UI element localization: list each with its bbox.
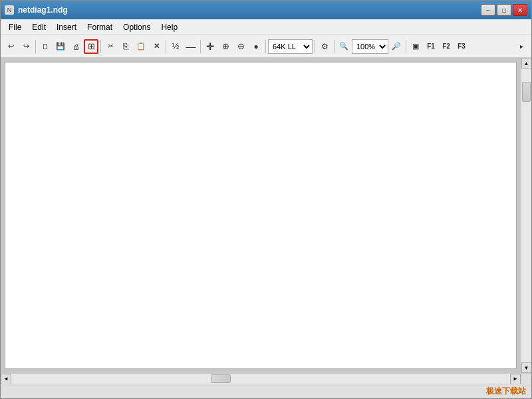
settings-icon: ⚙ <box>321 42 329 51</box>
settings-button[interactable]: ⚙ <box>317 39 332 54</box>
node-down-icon: ⊖ <box>237 41 245 51</box>
canvas-wrapper <box>1 58 521 373</box>
f2-label: F2 <box>442 43 450 50</box>
toolbar: 🗋 💾 🖨 ⊞ ✂ ⎘ 📋 ✕ ½ — <box>1 35 531 58</box>
zoom-dropdown[interactable]: 50% 75% 100% 125% 150% 200% <box>352 39 388 54</box>
title-bar-left: N netdiag1.ndg <box>5 5 68 15</box>
horizontal-scrollbar-container: ◄ ► <box>1 373 531 384</box>
minimize-button[interactable]: − <box>481 4 495 16</box>
scroll-right-button[interactable]: ► <box>510 374 521 384</box>
separator-6 <box>315 40 315 53</box>
number-icon: ½ <box>172 41 180 51</box>
redo-icon <box>23 42 29 51</box>
grid-icon: ⊞ <box>88 41 95 51</box>
separator-3 <box>166 40 166 53</box>
horizontal-scrollbar: ◄ ► <box>1 374 521 384</box>
f1-button[interactable]: F1 <box>424 39 438 54</box>
toolbar-overflow-button[interactable]: ▸ <box>514 39 529 54</box>
undo-button[interactable] <box>3 39 18 54</box>
f2-button[interactable]: F2 <box>439 39 454 54</box>
f3-button[interactable]: F3 <box>454 39 469 54</box>
cut-button[interactable]: ✂ <box>103 39 118 54</box>
title-bar: N netdiag1.ndg − □ ✕ <box>1 1 531 19</box>
delete-button[interactable]: ✕ <box>149 39 164 54</box>
scrollbar-corner <box>521 374 531 384</box>
new-button[interactable]: 🗋 <box>38 39 53 54</box>
zoom-in-button[interactable]: 🔎 <box>389 39 404 54</box>
paste-button[interactable]: 📋 <box>134 39 148 54</box>
zoom-out-icon: 🔍 <box>339 42 348 51</box>
line-button[interactable]: — <box>184 39 198 54</box>
delete-icon: ✕ <box>154 42 160 51</box>
network-dropdown[interactable]: 64K LL 128K LL 256K LL 512K LL 1M LL <box>268 39 313 54</box>
drawing-canvas[interactable] <box>5 62 517 369</box>
copy-button[interactable]: ⎘ <box>118 39 133 54</box>
scroll-thumb-horizontal[interactable] <box>211 374 231 383</box>
separator-1 <box>35 40 36 53</box>
watermark-text: 极速下载站 <box>486 386 526 397</box>
dot-button[interactable]: ● <box>249 39 263 54</box>
menu-file[interactable]: File <box>3 21 27 33</box>
menu-format[interactable]: Format <box>82 21 118 33</box>
separator-5 <box>265 40 266 53</box>
new-icon: 🗋 <box>42 43 49 51</box>
box-button[interactable]: ▣ <box>408 39 423 54</box>
watermark-bar: 极速下载站 <box>1 384 531 398</box>
grid-button[interactable]: ⊞ <box>84 39 98 54</box>
cut-icon: ✂ <box>108 42 114 51</box>
redo-button[interactable] <box>19 39 33 54</box>
separator-7 <box>334 40 334 53</box>
f3-label: F3 <box>458 43 466 50</box>
print-button[interactable]: 🖨 <box>68 39 83 54</box>
separator-2 <box>100 40 101 53</box>
cross-button[interactable]: ✛ <box>203 39 217 54</box>
undo-icon <box>8 42 14 51</box>
scroll-track-vertical[interactable] <box>521 68 531 362</box>
window-controls: − □ ✕ <box>481 4 527 16</box>
print-icon: 🖨 <box>72 43 80 51</box>
node-up-button[interactable]: ⊕ <box>218 39 233 54</box>
scroll-up-button[interactable]: ▲ <box>521 58 532 68</box>
app-icon: N <box>5 5 14 15</box>
separator-8 <box>406 40 406 53</box>
copy-icon: ⎘ <box>123 41 128 51</box>
line-icon: — <box>186 41 196 52</box>
close-button[interactable]: ✕ <box>513 4 527 16</box>
cross-icon: ✛ <box>206 41 214 52</box>
menu-help[interactable]: Help <box>156 21 183 33</box>
scroll-thumb-vertical[interactable] <box>522 82 531 102</box>
node-up-icon: ⊕ <box>222 41 229 51</box>
content-area: ▲ ▼ <box>1 58 531 373</box>
number-button[interactable]: ½ <box>168 39 183 54</box>
restore-button[interactable]: □ <box>497 4 511 16</box>
menu-bar: File Edit Insert Format Options Help <box>1 19 531 35</box>
window-title: netdiag1.ndg <box>18 5 68 15</box>
overflow-icon: ▸ <box>520 43 523 50</box>
paste-icon: 📋 <box>136 42 146 51</box>
scroll-down-button[interactable]: ▼ <box>521 362 532 373</box>
menu-options[interactable]: Options <box>118 21 156 33</box>
zoom-in-icon: 🔎 <box>392 42 401 51</box>
vertical-scrollbar: ▲ ▼ <box>521 58 531 373</box>
main-window: N netdiag1.ndg − □ ✕ File Edit Insert Fo… <box>0 0 532 399</box>
zoom-out-button[interactable]: 🔍 <box>336 39 351 54</box>
scroll-track-horizontal[interactable] <box>11 374 510 384</box>
dot-icon: ● <box>253 42 258 51</box>
menu-insert[interactable]: Insert <box>51 21 82 33</box>
node-down-button[interactable]: ⊖ <box>233 39 248 54</box>
save-button[interactable]: 💾 <box>53 39 68 54</box>
f1-label: F1 <box>427 43 435 50</box>
scroll-left-button[interactable]: ◄ <box>1 374 11 384</box>
box-icon: ▣ <box>412 42 419 51</box>
separator-4 <box>200 40 201 53</box>
save-icon: 💾 <box>56 42 65 51</box>
menu-edit[interactable]: Edit <box>27 21 51 33</box>
